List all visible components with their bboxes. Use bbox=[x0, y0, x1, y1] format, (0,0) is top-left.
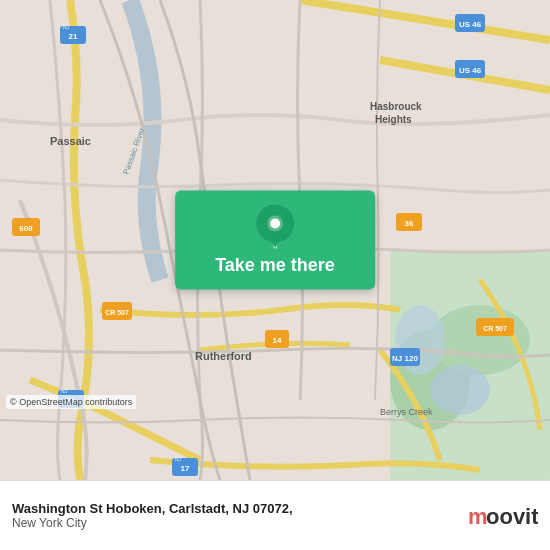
svg-text:Rutherford: Rutherford bbox=[195, 350, 252, 362]
location-name: Washington St Hoboken, Carlstadt, NJ 070… bbox=[12, 501, 468, 516]
svg-text:CR 507: CR 507 bbox=[483, 325, 507, 332]
svg-text:21: 21 bbox=[69, 32, 78, 41]
svg-point-5 bbox=[430, 365, 490, 415]
button-overlay: Take me there bbox=[175, 191, 375, 290]
svg-text:US 46: US 46 bbox=[459, 66, 482, 75]
svg-text:Berrys Creek: Berrys Creek bbox=[380, 407, 433, 417]
osm-attribution-text: © OpenStreetMap contributors bbox=[10, 397, 132, 407]
svg-text:NJ: NJ bbox=[63, 24, 70, 30]
svg-text:17: 17 bbox=[181, 464, 190, 473]
location-city: New York City bbox=[12, 516, 468, 530]
svg-text:NJ: NJ bbox=[175, 456, 182, 462]
map-container: Passaic Hasbrouck Heights Rutherford Ber… bbox=[0, 0, 550, 480]
svg-text:US 46: US 46 bbox=[459, 20, 482, 29]
svg-text:m: m bbox=[468, 504, 488, 529]
svg-text:CR 507: CR 507 bbox=[105, 309, 129, 316]
location-info: Washington St Hoboken, Carlstadt, NJ 070… bbox=[12, 501, 468, 530]
location-pin-icon bbox=[256, 205, 294, 249]
svg-text:NJ 120: NJ 120 bbox=[392, 354, 418, 363]
take-me-there-button[interactable]: Take me there bbox=[175, 191, 375, 290]
svg-text:oovit: oovit bbox=[486, 504, 538, 529]
svg-point-39 bbox=[270, 219, 280, 229]
svg-text:NJ: NJ bbox=[61, 388, 68, 394]
moovit-logo: m oovit bbox=[468, 500, 538, 532]
svg-text:14: 14 bbox=[273, 336, 282, 345]
svg-text:Passaic: Passaic bbox=[50, 135, 91, 147]
bottom-bar: Washington St Hoboken, Carlstadt, NJ 070… bbox=[0, 480, 550, 550]
svg-text:Heights: Heights bbox=[375, 114, 412, 125]
osm-attribution: © OpenStreetMap contributors bbox=[6, 395, 136, 409]
svg-text:Hasbrouck: Hasbrouck bbox=[370, 101, 422, 112]
svg-text:608: 608 bbox=[19, 224, 33, 233]
take-me-there-label: Take me there bbox=[215, 255, 335, 276]
svg-text:36: 36 bbox=[405, 219, 414, 228]
moovit-logo-svg: m oovit bbox=[468, 500, 538, 532]
